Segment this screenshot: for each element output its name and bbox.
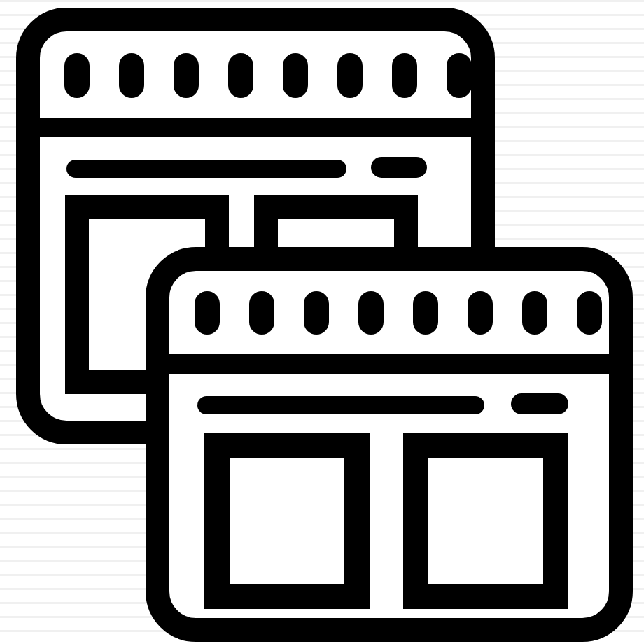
svg-rect-4: [228, 53, 253, 98]
dual-browser-windows-icon: [0, 0, 644, 644]
svg-rect-25: [511, 393, 568, 414]
svg-rect-9: [40, 118, 471, 137]
svg-rect-10: [66, 160, 346, 178]
svg-rect-24: [197, 396, 484, 414]
svg-rect-26: [217, 445, 357, 596]
svg-rect-23: [169, 354, 609, 374]
svg-rect-11: [371, 157, 427, 178]
svg-rect-5: [283, 53, 308, 98]
svg-rect-7: [392, 53, 417, 98]
svg-rect-20: [468, 291, 493, 335]
svg-rect-19: [413, 291, 438, 335]
icon-canvas: [0, 0, 644, 644]
svg-rect-16: [249, 291, 274, 335]
svg-rect-22: [577, 291, 602, 335]
svg-rect-3: [174, 53, 199, 98]
svg-rect-2: [119, 53, 144, 98]
svg-rect-1: [64, 53, 90, 98]
svg-rect-27: [416, 445, 556, 596]
svg-rect-18: [358, 291, 384, 335]
svg-rect-21: [522, 291, 547, 335]
svg-rect-17: [304, 291, 329, 335]
svg-rect-6: [337, 53, 363, 98]
svg-rect-8: [447, 53, 472, 98]
front-window: [158, 259, 621, 630]
svg-rect-15: [195, 291, 220, 335]
